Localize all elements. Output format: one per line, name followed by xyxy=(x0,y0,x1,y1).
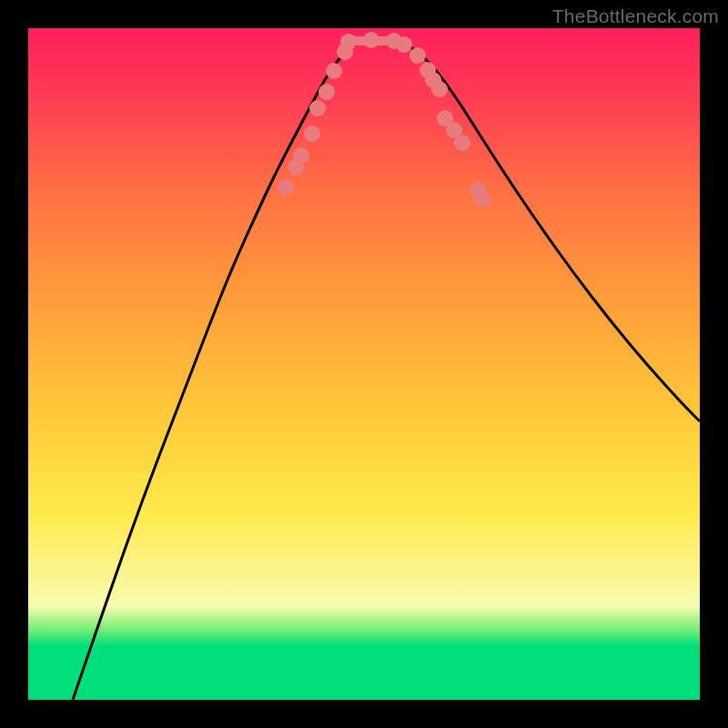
plot-area xyxy=(28,28,700,700)
data-marker xyxy=(396,36,412,53)
data-marker xyxy=(454,135,470,151)
chart-svg xyxy=(28,28,700,700)
data-marker xyxy=(309,100,326,116)
left-curve xyxy=(73,41,368,700)
data-marker xyxy=(318,84,335,100)
data-marker xyxy=(410,47,426,64)
data-marker xyxy=(340,34,357,50)
data-marker xyxy=(293,147,309,164)
data-marker xyxy=(474,191,490,207)
data-marker xyxy=(326,63,342,79)
right-curve xyxy=(395,41,700,421)
data-marker xyxy=(363,32,379,48)
data-marker xyxy=(304,126,320,142)
chart-frame: TheBottleneck.com xyxy=(0,0,728,728)
data-marker xyxy=(431,81,448,97)
data-marker xyxy=(278,179,294,196)
watermark-text: TheBottleneck.com xyxy=(552,5,719,27)
